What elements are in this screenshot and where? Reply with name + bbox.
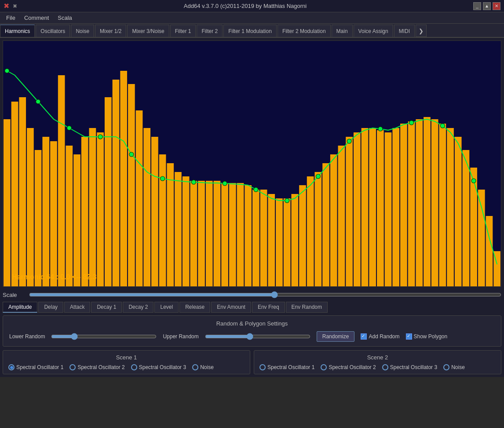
tab-main[interactable]: Main [332,25,353,37]
show-polygon-checkbox[interactable] [406,333,412,340]
env-tab-envrandom[interactable]: Env Random [286,302,328,313]
app-title: Add64 v.3.7.0 (c)2011-2019 by Matthias N… [184,3,307,9]
scene1-radio-2[interactable] [131,364,137,370]
tab-voiceassign[interactable]: Voice Assign [354,25,393,37]
env-tab-delay[interactable]: Delay [38,302,63,313]
tab-midi[interactable]: MIDI [394,25,415,37]
svg-rect-28 [214,181,221,286]
env-tabbar: Amplitude Delay Attack Decay 1 Decay 2 L… [3,302,501,313]
scene1-option-3[interactable]: Noise [192,364,214,370]
app-icon: ✖ [4,2,9,10]
scene2-radio-3[interactable] [443,364,449,370]
svg-rect-57 [439,124,446,286]
scene2-option-1[interactable]: Spectral Oscillator 2 [321,364,376,370]
tab-filter1[interactable]: Filter 1 [170,25,196,37]
tab-harmonics[interactable]: Harmonics [0,25,35,37]
scene2-options: Spectral Oscillator 1 Spectral Oscillato… [259,364,496,370]
random-panel-title: Random & Polygon Settings [9,320,495,327]
tab-mixer12[interactable]: Mixer 1/2 [95,25,126,37]
svg-rect-59 [455,137,462,286]
maximize-button[interactable]: ▲ [483,2,491,10]
scene1-radio-1[interactable] [69,364,76,370]
scene2-radio-0[interactable] [259,364,266,370]
svg-point-69 [129,152,134,157]
env-tab-envamount[interactable]: Env Amount [211,302,251,313]
svg-rect-24 [183,176,190,286]
svg-rect-41 [315,172,322,286]
upper-random-slider[interactable] [205,333,310,340]
svg-rect-21 [159,154,166,286]
env-tab-decay2[interactable]: Decay 2 [123,302,153,313]
svg-rect-4 [27,128,34,286]
harmonics-chart[interactable]: Harmonic 64 : 0.0 <-- 82.3 [3,40,501,287]
tab-filter2mod[interactable]: Filter 2 Modulation [278,25,331,37]
svg-point-67 [67,126,71,130]
menu-scala[interactable]: Scala [53,12,77,23]
svg-rect-5 [35,150,42,286]
svg-rect-25 [190,181,197,286]
svg-rect-34 [260,190,267,286]
tabbar: Harmonics Oscillators Noise Mixer 1/2 Mi… [0,24,504,38]
scene1-option-1[interactable]: Spectral Oscillator 2 [69,364,124,370]
svg-rect-46 [354,132,361,286]
scale-row: Scale [3,289,501,300]
tab-filter1mod[interactable]: Filter 1 Modulation [223,25,277,37]
add-random-label[interactable]: Add Random [361,333,399,340]
scene1-option-2[interactable]: Spectral Oscillator 3 [131,364,186,370]
lower-random-slider[interactable] [51,333,157,340]
menu-comment[interactable]: Comment [20,12,53,23]
scene1-radio-0[interactable] [8,364,15,370]
svg-point-68 [98,135,102,139]
svg-rect-54 [416,119,423,286]
upper-random-label: Upper Random [163,333,198,340]
menubar: File Comment Scala [0,12,504,24]
svg-rect-56 [431,119,438,286]
scene2-radio-1[interactable] [321,364,327,370]
scene2-title: Scene 2 [259,354,496,361]
show-polygon-label[interactable]: Show Polygon [406,333,448,340]
svg-rect-60 [463,150,470,286]
svg-point-80 [471,179,476,183]
env-tab-release[interactable]: Release [179,302,210,313]
svg-rect-61 [470,168,477,286]
titlebar-left: ✖ ✖ [4,2,17,10]
env-tab-attack[interactable]: Attack [64,302,90,313]
scene2-panel: Scene 2 Spectral Oscillator 1 Spectral O… [254,350,501,374]
env-tab-envfreq[interactable]: Env Freq [252,302,285,313]
scene2-radio-2[interactable] [382,364,388,370]
env-tab-amplitude[interactable]: Amplitude [3,302,37,313]
svg-rect-15 [113,80,120,286]
titlebar-controls: _ ▲ ✕ [473,2,500,10]
scene2-option-0[interactable]: Spectral Oscillator 1 [259,364,314,370]
close-button[interactable]: ✕ [493,2,500,10]
close-icon-small: ✖ [13,3,17,9]
randomize-button[interactable]: Randomize [317,331,355,342]
tab-oscillators[interactable]: Oscillators [36,25,70,37]
svg-rect-16 [120,71,127,286]
svg-rect-35 [268,194,275,286]
tab-next-arrow[interactable]: ❯ [416,25,427,37]
env-tab-decay1[interactable]: Decay 1 [91,302,122,313]
svg-rect-49 [377,130,384,286]
svg-rect-12 [89,128,96,286]
tab-mixer3noise[interactable]: Mixer 3/Noise [127,25,169,37]
random-controls: Lower Random Upper Random Randomize Add … [9,331,495,342]
svg-rect-1 [4,119,11,286]
menu-file[interactable]: File [2,12,20,23]
scene1-radio-3[interactable] [192,364,198,370]
add-random-checkbox[interactable] [361,333,367,340]
scale-slider[interactable] [29,291,501,298]
svg-rect-29 [221,183,228,286]
svg-point-79 [440,124,445,128]
tab-noise[interactable]: Noise [71,25,94,37]
svg-rect-7 [50,141,57,286]
scene2-option-2[interactable]: Spectral Oscillator 3 [382,364,437,370]
scene2-option-3[interactable]: Noise [443,364,465,370]
tab-filter2[interactable]: Filter 2 [197,25,223,37]
svg-rect-51 [392,128,399,286]
harmonic-label: Harmonic 64 : 0.0 <-- 82.3 [12,273,97,281]
scene1-option-0[interactable]: Spectral Oscillator 1 [8,364,63,370]
minimize-button[interactable]: _ [473,2,481,10]
svg-rect-50 [385,132,392,286]
env-tab-level[interactable]: Level [154,302,179,313]
